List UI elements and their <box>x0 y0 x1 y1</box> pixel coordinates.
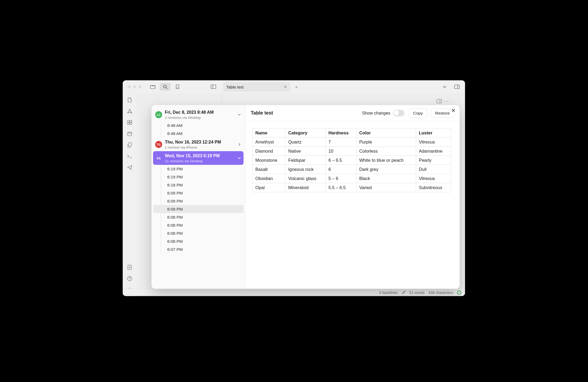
copy-icon[interactable] <box>127 142 133 148</box>
avatar: TG <box>155 141 162 148</box>
calendar-icon[interactable] <box>127 131 133 137</box>
panel-right-toggle-icon[interactable] <box>437 99 442 104</box>
version-history-panel: LCFri, Dec 8, 2023 8:48 AM2 revisions vi… <box>151 105 460 289</box>
table-cell: Opal <box>253 183 285 192</box>
revision-group-sub: 2 revisions via Desktop <box>165 115 214 120</box>
revision-item[interactable]: 6:07 PM <box>161 245 244 254</box>
chevron-down-icon[interactable] <box>238 157 241 159</box>
svg-point-9 <box>129 109 130 110</box>
content-table: NameCategoryHardnessColorLusterAmethystQ… <box>252 128 451 192</box>
table-cell: Purple <box>356 137 416 146</box>
new-tab-button[interactable]: ＋ <box>292 83 300 91</box>
vault-icon[interactable] <box>127 265 133 270</box>
show-changes-toggle[interactable] <box>393 110 404 116</box>
restore-button-label: Restore <box>435 111 450 115</box>
chevron-right-icon[interactable] <box>238 143 241 146</box>
revision-item[interactable]: 6:09 PM <box>153 205 244 213</box>
svg-point-23 <box>129 267 130 268</box>
search-icon[interactable] <box>160 83 170 91</box>
svg-rect-5 <box>455 85 459 89</box>
table-cell: 6 – 6.5 <box>326 156 357 165</box>
revision-list: LCFri, Dec 8, 2023 8:48 AM2 revisions vi… <box>151 105 245 289</box>
copy-button-label: Copy <box>413 111 423 115</box>
revision-item[interactable]: 6:09 PM <box>161 197 244 205</box>
terminal-icon[interactable] <box>127 153 133 159</box>
left-rail <box>123 93 137 296</box>
table-cell: Dull <box>416 165 451 174</box>
table-cell: Mineraloid <box>285 183 326 192</box>
more-icon[interactable]: ··· <box>444 99 449 104</box>
revision-item[interactable]: 6:08 PM <box>161 229 244 237</box>
revision-group-date: Fri, Dec 8, 2023 8:48 AM <box>165 109 214 115</box>
table-header: Luster <box>416 128 451 137</box>
status-backlinks[interactable]: 0 backlinks <box>379 290 398 295</box>
table-cell: Subvitreous <box>416 183 451 192</box>
show-changes-label: Show changes <box>362 111 390 115</box>
table-cell: Native <box>285 146 326 156</box>
table-header: Category <box>285 128 326 137</box>
sync-status-icon[interactable]: ✓ <box>457 290 461 295</box>
revision-item[interactable]: 6:08 PM <box>161 213 244 221</box>
table-cell: Obsidian <box>253 174 285 183</box>
svg-rect-12 <box>128 120 129 122</box>
svg-rect-22 <box>128 265 132 270</box>
window-zoom[interactable] <box>138 85 141 89</box>
table-cell: Colorless <box>356 146 416 156</box>
revision-preview: ✕ Table test Show changes Copy Restore N… <box>245 105 460 289</box>
table-row: DiamondNative10ColorlessAdamantine <box>253 146 451 156</box>
table-cell: Diamond <box>253 146 285 156</box>
revision-item[interactable]: 8:48 AM <box>161 130 244 138</box>
table-row: OpalMineraloid5.5 – 6.5VariedSubvitreous <box>253 183 451 192</box>
table-cell: 5.5 – 6.5 <box>326 183 357 192</box>
avatar: LC <box>155 111 162 118</box>
svg-point-10 <box>128 112 129 113</box>
revision-group-header[interactable]: LCFri, Dec 8, 2023 8:48 AM2 revisions vi… <box>153 108 244 122</box>
edit-icon[interactable] <box>402 291 406 295</box>
revision-item[interactable]: 6:08 PM <box>161 221 244 229</box>
table-cell: Vitreous <box>416 137 451 146</box>
table-header: Hardness <box>326 128 357 137</box>
folder-icon[interactable] <box>147 83 158 91</box>
revision-item[interactable]: 6:19 PM <box>161 165 244 173</box>
revision-item[interactable]: 6:19 PM <box>161 173 244 181</box>
status-word-count[interactable]: 51 words <box>409 290 425 295</box>
revision-group-date: Wed, Nov 15, 2023 6:19 PM <box>165 153 220 159</box>
panel-toggle-icon[interactable] <box>452 83 462 91</box>
table-header: Name <box>253 128 285 137</box>
table-cell: White to blue or peach <box>356 156 416 165</box>
tab-close-icon[interactable]: ✕ <box>284 85 287 89</box>
table-cell: 7 <box>326 137 357 146</box>
revision-group-sub: 1 revision via iPhone <box>165 145 221 150</box>
revision-item[interactable]: 6:09 PM <box>161 189 244 197</box>
table-cell: Dark grey <box>356 165 416 174</box>
copy-button[interactable]: Copy <box>409 108 427 117</box>
window-close[interactable] <box>128 85 131 89</box>
table-cell: Igneous rock <box>285 165 326 174</box>
svg-line-2 <box>166 88 167 89</box>
revision-group-date: Thu, Nov 16, 2023 12:24 PM <box>165 139 221 145</box>
graph-icon[interactable] <box>127 108 133 114</box>
close-panel-button[interactable]: ✕ <box>450 107 456 114</box>
status-char-count[interactable]: 436 characters <box>428 290 453 295</box>
revision-group-header[interactable]: SAWed, Nov 15, 2023 6:19 PM11 revisions … <box>153 151 244 165</box>
tab[interactable]: Table test ✕ <box>223 82 290 92</box>
bookmark-icon[interactable] <box>172 83 183 91</box>
send-icon[interactable] <box>127 165 133 171</box>
revision-item[interactable]: 8:48 AM <box>161 122 244 130</box>
help-icon[interactable] <box>127 276 133 282</box>
table-cell: 6 <box>326 165 357 174</box>
chevron-down-icon[interactable] <box>238 113 241 116</box>
svg-point-25 <box>129 280 130 280</box>
table-cell: Feldspar <box>285 156 326 165</box>
grid-icon[interactable] <box>127 120 133 126</box>
svg-rect-13 <box>130 120 132 122</box>
revision-item[interactable]: 6:08 PM <box>161 237 244 245</box>
revision-item[interactable]: 6:18 PM <box>161 181 244 189</box>
tabs-dropdown-icon[interactable] <box>439 83 450 91</box>
revision-group-header[interactable]: TGThu, Nov 16, 2023 12:24 PM1 revision v… <box>153 138 244 151</box>
tab-title: Table test <box>226 85 244 89</box>
file-icon[interactable] <box>127 97 133 103</box>
sidebar-toggle-icon[interactable] <box>208 83 219 91</box>
table-row: ObsidianVolcanic glass5 – 6BlackVitreous <box>253 174 451 183</box>
window-minimize[interactable] <box>133 85 136 89</box>
